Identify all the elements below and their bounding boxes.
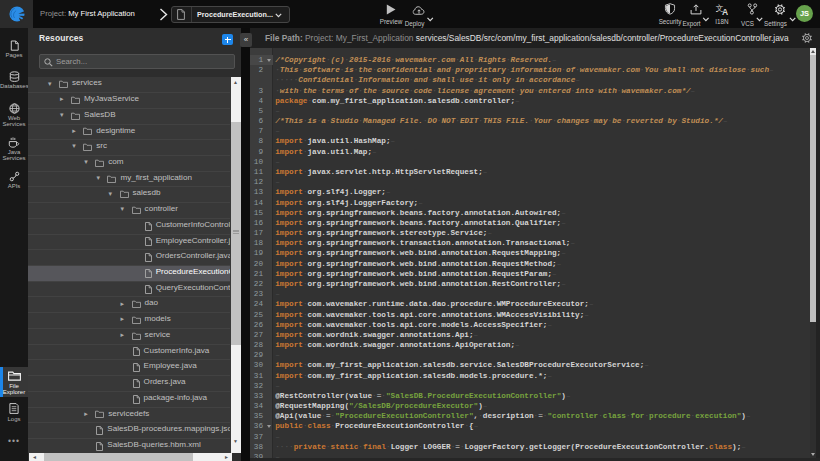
svg-text:A: A: [722, 7, 728, 16]
